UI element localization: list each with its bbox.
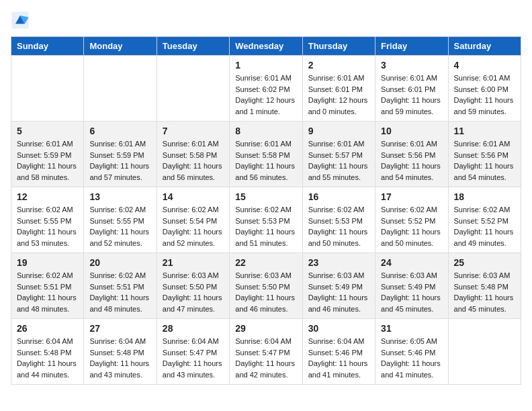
day-info-line: Sunset: 5:50 PM	[163, 283, 217, 291]
day-info: Sunrise: 6:01 AMSunset: 6:01 PMDaylight:…	[308, 73, 369, 117]
calendar-cell: 15Sunrise: 6:02 AMSunset: 5:53 PMDayligh…	[230, 187, 302, 253]
calendar-cell: 2Sunrise: 6:01 AMSunset: 6:01 PMDaylight…	[302, 56, 375, 122]
column-header-friday: Friday	[375, 37, 448, 56]
day-info-line: Sunset: 5:59 PM	[89, 151, 144, 159]
day-info-line: Sunrise: 6:04 AM	[235, 337, 292, 345]
calendar-cell: 18Sunrise: 6:02 AMSunset: 5:52 PMDayligh…	[448, 187, 521, 253]
day-number: 5	[17, 126, 78, 136]
day-info-line: Sunrise: 6:02 AM	[163, 205, 219, 214]
day-info-line: Daylight: 12 hours	[235, 96, 295, 104]
day-number: 11	[454, 126, 515, 136]
day-info-line: Sunset: 6:00 PM	[454, 85, 508, 93]
day-info-line: Daylight: 11 hours	[17, 359, 77, 367]
day-number: 31	[381, 323, 442, 334]
day-number: 4	[454, 60, 515, 71]
day-info-line: and 54 minutes.	[454, 173, 506, 181]
day-number: 21	[163, 257, 224, 268]
day-info-line: and 56 minutes.	[235, 173, 287, 181]
day-info-line: Sunrise: 6:01 AM	[381, 74, 437, 82]
calendar-week-row: 19Sunrise: 6:02 AMSunset: 5:51 PMDayligh…	[11, 253, 521, 319]
day-info-line: and 41 minutes.	[308, 371, 361, 379]
column-header-thursday: Thursday	[302, 37, 375, 56]
day-number: 22	[235, 257, 296, 268]
day-info-line: Daylight: 11 hours	[381, 162, 441, 170]
day-info-line: Daylight: 11 hours	[89, 228, 149, 236]
calendar-cell: 9Sunrise: 6:01 AMSunset: 5:57 PMDaylight…	[302, 122, 375, 187]
day-info-line: Sunrise: 6:01 AM	[308, 140, 365, 148]
calendar-cell: 26Sunrise: 6:04 AMSunset: 5:48 PMDayligh…	[11, 319, 84, 385]
day-info: Sunrise: 6:02 AMSunset: 5:54 PMDaylight:…	[163, 204, 224, 248]
day-info-line: Sunset: 5:47 PM	[163, 349, 217, 357]
calendar-cell: 5Sunrise: 6:01 AMSunset: 5:59 PMDaylight…	[11, 122, 84, 187]
day-info: Sunrise: 6:03 AMSunset: 5:48 PMDaylight:…	[454, 270, 515, 314]
column-header-saturday: Saturday	[448, 37, 521, 56]
day-info-line: Daylight: 11 hours	[454, 228, 514, 236]
day-info-line: and 46 minutes.	[235, 305, 287, 313]
day-info: Sunrise: 6:01 AMSunset: 5:56 PMDaylight:…	[454, 138, 515, 183]
day-info-line: Sunrise: 6:02 AM	[308, 205, 365, 214]
calendar-cell: 11Sunrise: 6:01 AMSunset: 5:56 PMDayligh…	[448, 122, 521, 187]
day-info-line: and 55 minutes.	[308, 173, 361, 181]
day-info-line: and 59 minutes.	[454, 107, 506, 116]
day-info-line: Sunrise: 6:01 AM	[235, 140, 292, 148]
day-info-line: Sunrise: 6:03 AM	[235, 271, 292, 279]
day-info: Sunrise: 6:01 AMSunset: 6:00 PMDaylight:…	[454, 73, 515, 117]
day-info-line: and 58 minutes.	[17, 173, 69, 181]
column-header-monday: Monday	[84, 37, 157, 56]
day-info-line: Daylight: 11 hours	[163, 228, 222, 236]
day-info-line: Sunrise: 6:05 AM	[381, 337, 437, 345]
calendar-week-row: 5Sunrise: 6:01 AMSunset: 5:59 PMDaylight…	[11, 122, 521, 187]
day-info-line: and 50 minutes.	[381, 239, 433, 247]
day-info-line: and 51 minutes.	[235, 239, 287, 247]
day-number: 28	[163, 323, 224, 334]
day-number: 20	[89, 257, 150, 268]
day-number: 16	[308, 191, 369, 202]
day-info-line: Daylight: 11 hours	[235, 293, 295, 302]
day-info-line: Sunrise: 6:02 AM	[454, 205, 511, 214]
calendar-cell: 19Sunrise: 6:02 AMSunset: 5:51 PMDayligh…	[11, 253, 84, 319]
day-info-line: Sunset: 5:55 PM	[89, 217, 144, 225]
day-info: Sunrise: 6:01 AMSunset: 6:02 PMDaylight:…	[235, 73, 296, 117]
calendar-cell: 10Sunrise: 6:01 AMSunset: 5:56 PMDayligh…	[375, 122, 448, 187]
day-info: Sunrise: 6:04 AMSunset: 5:46 PMDaylight:…	[308, 336, 369, 380]
day-info-line: and 43 minutes.	[163, 371, 215, 379]
day-info: Sunrise: 6:03 AMSunset: 5:49 PMDaylight:…	[308, 270, 369, 314]
day-info-line: and 46 minutes.	[308, 305, 361, 313]
calendar-cell: 24Sunrise: 6:03 AMSunset: 5:49 PMDayligh…	[375, 253, 448, 319]
day-info-line: Sunset: 5:58 PM	[235, 151, 290, 159]
day-info: Sunrise: 6:01 AMSunset: 5:57 PMDaylight:…	[308, 138, 369, 183]
day-info: Sunrise: 6:01 AMSunset: 5:59 PMDaylight:…	[17, 138, 78, 183]
day-info-line: Sunset: 5:46 PM	[381, 349, 435, 357]
calendar-cell: 22Sunrise: 6:03 AMSunset: 5:50 PMDayligh…	[230, 253, 302, 319]
day-info: Sunrise: 6:04 AMSunset: 5:47 PMDaylight:…	[163, 336, 224, 380]
day-info-line: and 45 minutes.	[454, 305, 506, 313]
day-info-line: Daylight: 12 hours	[308, 96, 368, 104]
day-info-line: Sunset: 5:50 PM	[235, 283, 290, 291]
day-info: Sunrise: 6:03 AMSunset: 5:50 PMDaylight:…	[163, 270, 224, 314]
day-number: 25	[454, 257, 515, 268]
day-info-line: and 52 minutes.	[89, 239, 142, 247]
day-info-line: Sunrise: 6:03 AM	[454, 271, 511, 279]
calendar-cell: 6Sunrise: 6:01 AMSunset: 5:59 PMDaylight…	[84, 122, 157, 187]
day-info-line: Daylight: 11 hours	[308, 293, 368, 302]
day-number: 15	[235, 191, 296, 202]
day-info-line: Sunrise: 6:01 AM	[454, 74, 511, 82]
day-info-line: Sunset: 5:54 PM	[163, 217, 217, 225]
day-number: 8	[235, 126, 296, 136]
day-info-line: Sunset: 5:48 PM	[89, 349, 144, 357]
day-info-line: Daylight: 11 hours	[89, 293, 149, 302]
day-info-line: Sunrise: 6:02 AM	[89, 205, 146, 214]
day-info-line: Daylight: 11 hours	[89, 162, 149, 170]
day-info: Sunrise: 6:01 AMSunset: 6:01 PMDaylight:…	[381, 73, 442, 117]
column-header-sunday: Sunday	[11, 37, 84, 56]
day-info-line: Sunset: 5:53 PM	[308, 217, 363, 225]
day-info-line: Daylight: 11 hours	[163, 162, 222, 170]
day-info-line: and 0 minutes.	[308, 107, 357, 116]
day-info: Sunrise: 6:03 AMSunset: 5:50 PMDaylight:…	[235, 270, 296, 314]
day-info: Sunrise: 6:02 AMSunset: 5:52 PMDaylight:…	[381, 204, 442, 248]
day-number: 6	[89, 126, 150, 136]
day-info-line: Daylight: 11 hours	[381, 293, 441, 302]
day-info-line: Sunrise: 6:03 AM	[163, 271, 219, 279]
day-number: 7	[163, 126, 224, 136]
day-info-line: and 44 minutes.	[17, 371, 69, 379]
